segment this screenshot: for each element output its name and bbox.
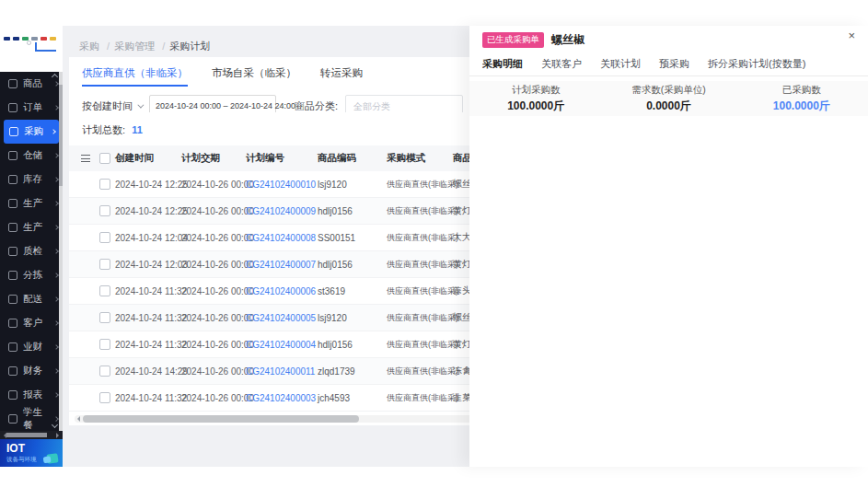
sidebar-item[interactable]: 报表 [0, 383, 63, 407]
menu-icon [8, 175, 17, 184]
logo-dash [4, 37, 10, 41]
drawer-tab[interactable]: 采购明细 [482, 53, 523, 75]
drawer-tabs: 采购明细关联客户关联计划预采购拆分采购计划(按数量) [469, 53, 868, 76]
row-checkbox[interactable] [99, 312, 110, 323]
stat-value: 100.0000斤 [469, 99, 602, 114]
sidebar-item[interactable]: 生产 [0, 191, 63, 215]
cell-delivery: 2024-10-26 00:00 [181, 286, 246, 296]
stat-value[interactable]: 100.0000斤 [735, 99, 868, 114]
sidebar-item[interactable]: 采购 [4, 120, 59, 144]
breadcrumb-item[interactable]: 采购管理 [114, 40, 165, 53]
row-checkbox[interactable] [99, 259, 110, 270]
cell-mode: 供应商直供(非临采) [387, 312, 453, 324]
column-header: 计划编号 [246, 152, 318, 165]
select-all-checkbox[interactable] [99, 153, 110, 164]
column-header: 商品编码 [318, 152, 387, 165]
sidebar-item[interactable]: 质检 [0, 239, 63, 263]
chevron-right-icon [53, 153, 59, 158]
row-checkbox[interactable] [99, 205, 110, 216]
menu-icon [8, 247, 17, 256]
drawer-tab[interactable]: 关联计划 [600, 53, 641, 75]
sidebar-item[interactable]: 订单 [0, 96, 63, 120]
cell-plan-number-link[interactable]: CG24102400010 [246, 180, 318, 190]
scroll-left-icon[interactable] [75, 416, 80, 422]
chevron-right-icon [51, 129, 56, 134]
column-settings-icon[interactable] [81, 155, 90, 162]
sidebar-item-label: 业财 [23, 341, 42, 354]
cell-plan-number-link[interactable]: CG24102400008 [246, 233, 318, 243]
cell-sku: SS00151 [318, 233, 387, 243]
sidebar-item[interactable]: 仓储 [0, 144, 63, 168]
menu-icon [8, 366, 17, 376]
cell-plan-number-link[interactable]: CG24102400005 [246, 313, 318, 323]
cell-plan-number-link[interactable]: CG24102400004 [246, 340, 318, 350]
drawer-tab[interactable]: 拆分采购计划(按数量) [708, 53, 805, 75]
sidebar-item-label: 库存 [23, 173, 42, 186]
table-hscrollbar-thumb[interactable] [83, 415, 359, 423]
procurement-tab[interactable]: 市场自采（临采） [212, 66, 296, 87]
menu-icon [8, 414, 17, 424]
menu-icon [9, 127, 18, 136]
menu-icon [8, 295, 17, 304]
breadcrumb-item[interactable]: 采购 [79, 40, 110, 53]
sidebar-item[interactable]: 财务 [0, 359, 63, 383]
row-checkbox[interactable] [99, 232, 110, 243]
cell-mode: 供应商直供(非临采) [387, 339, 453, 351]
procurement-tab[interactable]: 转运采购 [320, 66, 363, 87]
row-checkbox[interactable] [99, 366, 110, 377]
stat-block: 计划采购数 100.0000斤 [469, 84, 602, 114]
drawer-tab[interactable]: 预采购 [659, 53, 689, 75]
sidebar-item-label: 财务 [23, 365, 42, 377]
cell-sku: hdlj0156 [318, 260, 387, 270]
drawer-title: 螺丝椒 [551, 32, 584, 48]
cell-mode: 供应商直供(非临采) [387, 232, 453, 244]
chevron-right-icon [53, 201, 59, 206]
sidebar-item[interactable]: 配送 [0, 287, 63, 311]
drawer-tab[interactable]: 关联客户 [541, 53, 582, 75]
purchase-detail-drawer: 已生成采购单 螺丝椒 × 采购明细关联客户关联计划预采购拆分采购计划(按数量) … [469, 26, 868, 467]
sidebar-item[interactable]: 业财 [0, 335, 63, 359]
cell-mode: 供应商直供(非临采) [387, 205, 453, 217]
cell-delivery: 2024-10-26 00:00 [181, 393, 246, 403]
row-checkbox[interactable] [99, 179, 110, 190]
sidebar-item[interactable]: 库存 [0, 168, 63, 191]
column-header: 创建时间 [115, 152, 181, 165]
sidebar-item[interactable]: 分拣 [0, 263, 63, 287]
sidebar-horizontal-scrollbar[interactable] [0, 431, 63, 439]
cell-plan-number-link[interactable]: CG24102400011 [246, 366, 318, 377]
menu-icon [8, 223, 17, 232]
cell-plan-number-link[interactable]: CG24102400007 [246, 260, 318, 270]
sidebar-item[interactable]: 客户 [0, 311, 63, 335]
chevron-right-icon [53, 344, 59, 350]
sidebar-item-label: 报表 [23, 389, 42, 401]
cell-plan-number-link[interactable]: CG24102400003 [246, 393, 318, 403]
cell-created: 2024-10-24 12:25 [115, 180, 181, 190]
plan-total-label: 计划总数: [82, 124, 125, 135]
cell-sku: hdlj0156 [318, 340, 387, 350]
logo-dash [50, 37, 56, 41]
cell-created: 2024-10-24 12:25 [115, 206, 181, 216]
menu-icon [8, 103, 17, 112]
chevron-right-icon [53, 296, 59, 302]
procurement-tab[interactable]: 供应商直供（非临采） [82, 66, 188, 87]
column-header: 计划交期 [181, 152, 246, 165]
drawer-stats-bar: 计划采购数 100.0000斤 需求数(采购单位) 0.0000斤 已采购数 1… [469, 81, 868, 116]
cell-created: 2024-10-24 11:32 [115, 393, 181, 403]
menu-icon [8, 271, 17, 280]
date-range-value: 2024-10-24 00:00 – 2024-10-24 24:00 [156, 101, 295, 110]
logo-arc [27, 41, 31, 45]
breadcrumb-item[interactable]: 采购计划 [169, 40, 210, 53]
time-type-dropdown[interactable]: 按创建时间 [82, 99, 142, 113]
close-icon[interactable]: × [848, 29, 855, 41]
sidebar-item-label: 采购 [24, 125, 43, 138]
cell-plan-number-link[interactable]: CG24102400009 [246, 206, 318, 216]
scroll-right-icon[interactable] [56, 433, 62, 438]
cell-plan-number-link[interactable]: CG24102400006 [246, 286, 318, 296]
row-checkbox[interactable] [99, 392, 110, 403]
sidebar-hscrollbar-thumb[interactable] [6, 433, 47, 437]
sidebar-item-label: 生产 [23, 197, 42, 210]
sidebar-item[interactable]: 生产 [0, 215, 63, 239]
row-checkbox[interactable] [99, 339, 110, 350]
row-checkbox[interactable] [99, 285, 110, 296]
iot-banner[interactable]: IOT 设备与环境 [0, 439, 63, 467]
